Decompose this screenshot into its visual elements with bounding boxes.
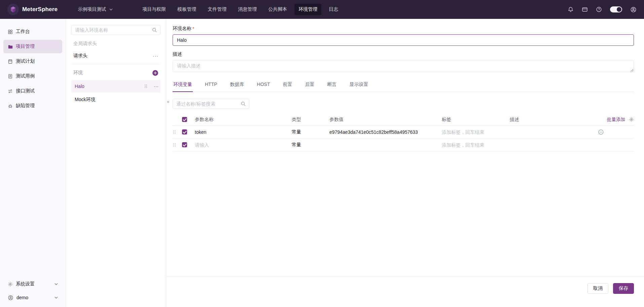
search-icon: [241, 101, 246, 106]
table-row: token 常量 e9794ae3da741e0c51c82beff58a495…: [173, 126, 634, 139]
top-nav-menu: 项目与权限 模板管理 文件管理 消息管理 公共脚本 环境管理 日志: [138, 4, 342, 15]
environment-list-panel: 全局请求头 请求头 ··· 环境 Halo ···: [66, 19, 166, 307]
bug-icon: [8, 103, 13, 109]
nav-item-project-permissions[interactable]: 项目与权限: [138, 4, 170, 15]
cancel-button[interactable]: 取消: [587, 283, 608, 294]
tab-database[interactable]: 数据库: [229, 78, 245, 92]
request-header-label: 请求头: [73, 53, 87, 59]
nav-item-logs[interactable]: 日志: [325, 4, 342, 15]
batch-add-link[interactable]: 批量添加: [607, 117, 625, 123]
select-all-checkbox[interactable]: [182, 117, 187, 122]
env-item-label: Mock环境: [75, 97, 95, 103]
tab-pre-processor[interactable]: 前置: [282, 78, 293, 92]
drag-handle-icon[interactable]: [144, 84, 148, 89]
navbar-right-icons: [568, 6, 637, 13]
notification-bell-icon[interactable]: [568, 6, 574, 12]
row-checkbox[interactable]: [182, 129, 187, 134]
sidebar-item-label: 缺陷管理: [16, 103, 35, 109]
col-header-name: 参数名称: [195, 117, 292, 123]
tab-assertion[interactable]: 断言: [326, 78, 337, 92]
brand-text: MeterSphere: [22, 6, 58, 13]
param-name-cell[interactable]: token: [195, 129, 292, 135]
nav-item-template-management[interactable]: 模板管理: [173, 4, 200, 15]
sidebar-item-label: 项目管理: [16, 43, 35, 50]
col-header-desc: 描述: [510, 117, 596, 123]
settings-gear-icon: [8, 282, 13, 287]
project-selector-label: 示例项目测试: [78, 6, 106, 12]
tab-host[interactable]: HOST: [256, 78, 271, 92]
param-name-input[interactable]: [195, 142, 287, 148]
table-settings-gear-icon[interactable]: [629, 117, 634, 122]
sidebar-item-test-case[interactable]: 测试用例: [3, 69, 62, 83]
environment-section-label: 环境: [73, 70, 83, 76]
env-config-tabs: 环境变量 HTTP 数据库 HOST 前置 后置 断言 显示设置: [173, 78, 634, 92]
chevron-down-icon: [55, 283, 58, 285]
param-tag-input[interactable]: [442, 129, 506, 135]
description-field-label: 描述: [173, 51, 634, 57]
theme-toggle[interactable]: [610, 6, 622, 12]
more-actions-icon[interactable]: ···: [153, 53, 158, 59]
form-action-bar: 取消 保存: [166, 276, 644, 307]
variables-table: 参数名称 类型 参数值 标签 描述 批量添加: [173, 114, 634, 151]
sidebar-item-label: 接口测试: [16, 88, 35, 94]
tab-env-variables[interactable]: 环境变量: [173, 78, 193, 92]
env-item-halo[interactable]: Halo ···: [71, 80, 160, 93]
table-header-row: 参数名称 类型 参数值 标签 描述 批量添加: [173, 114, 634, 126]
param-type-cell[interactable]: 常量: [292, 142, 329, 148]
system-settings[interactable]: 系统设置: [0, 277, 66, 291]
tab-post-processor[interactable]: 后置: [304, 78, 315, 92]
env-name-field-label: 环境名称 *: [173, 26, 634, 32]
metersphere-app: MeterSphere 示例项目测试 项目与权限 模板管理 文件管理 消息管理 …: [0, 0, 644, 307]
sidebar-item-defect-management[interactable]: 缺陷管理: [3, 99, 62, 113]
test-plan-icon: [8, 59, 13, 64]
collapse-panel-icon[interactable]: «: [167, 99, 169, 104]
project-folder-icon: [8, 44, 13, 49]
env-name-input[interactable]: [173, 34, 634, 46]
col-header-type: 类型: [292, 117, 329, 123]
required-asterisk: *: [192, 26, 194, 31]
left-sidebar: 工作台 项目管理 测试计划 测试用例: [0, 19, 66, 307]
api-test-icon: [8, 89, 13, 94]
help-icon[interactable]: [596, 6, 602, 12]
variable-search-box: [173, 99, 249, 109]
col-header-tag: 标签: [442, 117, 510, 123]
username-label: demo: [16, 295, 28, 300]
tab-display-settings[interactable]: 显示设置: [349, 78, 369, 92]
sidebar-item-project-management[interactable]: 项目管理: [3, 40, 62, 53]
billing-card-icon[interactable]: [582, 6, 588, 12]
environment-detail-panel: « 环境名称 * 描述 环境变量 HTTP 数据库 HOST 前置 后置 断言 …: [166, 19, 644, 307]
nav-item-public-scripts[interactable]: 公共脚本: [264, 4, 291, 15]
request-header-item[interactable]: 请求头 ···: [71, 50, 160, 62]
env-search-input[interactable]: [75, 27, 150, 33]
sidebar-item-label: 测试计划: [16, 58, 35, 64]
nav-item-file-management[interactable]: 文件管理: [204, 4, 230, 15]
sidebar-item-api-test[interactable]: 接口测试: [3, 84, 62, 98]
more-actions-icon[interactable]: ···: [154, 84, 158, 89]
workbench-icon: [8, 29, 13, 34]
chevron-down-icon: [55, 297, 58, 299]
divider: [71, 64, 160, 64]
current-user[interactable]: demo: [0, 291, 66, 304]
project-selector[interactable]: 示例项目测试: [78, 6, 129, 12]
save-button[interactable]: 保存: [613, 283, 634, 294]
top-navbar: MeterSphere 示例项目测试 项目与权限 模板管理 文件管理 消息管理 …: [0, 0, 644, 19]
add-environment-button[interactable]: [152, 70, 158, 76]
env-item-mock[interactable]: Mock环境: [71, 93, 160, 106]
description-textarea[interactable]: [173, 60, 634, 72]
sidebar-footer: 系统设置 demo: [0, 277, 66, 304]
remove-row-icon[interactable]: [598, 129, 604, 135]
sidebar-item-workbench[interactable]: 工作台: [3, 25, 62, 38]
nav-item-message-management[interactable]: 消息管理: [234, 4, 261, 15]
param-tag-input[interactable]: [442, 142, 506, 148]
user-avatar-icon[interactable]: [630, 6, 637, 13]
drag-handle-icon[interactable]: [173, 143, 176, 147]
search-icon: [152, 28, 157, 32]
param-type-cell[interactable]: 常量: [292, 129, 329, 135]
variable-search-input[interactable]: [176, 101, 239, 106]
drag-handle-icon[interactable]: [173, 130, 176, 134]
row-checkbox[interactable]: [182, 142, 187, 147]
param-value-cell[interactable]: e9794ae3da741e0c51c82beff58a4957633: [329, 129, 442, 135]
nav-item-environment-management[interactable]: 环境管理: [294, 4, 321, 15]
sidebar-item-test-plan[interactable]: 测试计划: [3, 55, 62, 68]
tab-http[interactable]: HTTP: [204, 78, 218, 92]
